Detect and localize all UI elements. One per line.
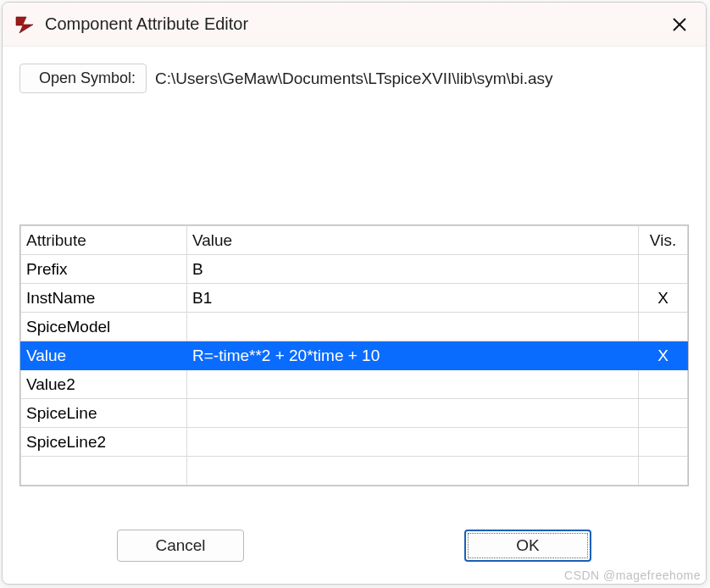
button-row: Cancel OK xyxy=(19,509,689,575)
cell-attribute[interactable]: Value2 xyxy=(21,370,187,399)
dialog-content: Open Symbol: C:\Users\GeMaw\Documents\LT… xyxy=(3,47,706,584)
close-button[interactable] xyxy=(667,12,692,37)
cell-attribute[interactable] xyxy=(21,457,187,485)
table-row[interactable] xyxy=(21,457,688,485)
cell-vis[interactable] xyxy=(639,255,688,284)
table-row[interactable]: SpiceLine xyxy=(21,399,688,428)
spacer-bottom xyxy=(19,486,689,509)
table-row[interactable]: PrefixB xyxy=(21,255,688,284)
cell-value[interactable]: B1 xyxy=(187,284,639,313)
table-header-row: Attribute Value Vis. xyxy=(21,226,688,255)
attribute-table-wrap: Attribute Value Vis. PrefixBInstNameB1XS… xyxy=(19,225,689,486)
ok-button[interactable]: OK xyxy=(464,530,591,562)
cell-attribute[interactable]: SpiceLine xyxy=(21,399,187,428)
window-title: Component Attribute Editor xyxy=(45,14,667,34)
cell-attribute[interactable]: SpiceModel xyxy=(21,313,187,341)
cell-vis[interactable] xyxy=(639,370,688,399)
open-symbol-button[interactable]: Open Symbol: xyxy=(19,64,147,93)
symbol-path: C:\Users\GeMaw\Documents\LTspiceXVII\lib… xyxy=(155,69,553,88)
cell-value[interactable]: B xyxy=(187,255,639,284)
cancel-button[interactable]: Cancel xyxy=(117,530,244,562)
cell-vis[interactable] xyxy=(639,399,688,428)
table-row[interactable]: Value2 xyxy=(21,370,688,399)
cell-value[interactable] xyxy=(187,428,639,457)
cell-value[interactable]: R=-time**2 + 20*time + 10 xyxy=(187,341,639,370)
cell-value[interactable] xyxy=(187,370,639,399)
table-row[interactable]: InstNameB1X xyxy=(21,284,688,313)
spacer xyxy=(19,102,689,225)
attribute-table[interactable]: Attribute Value Vis. PrefixBInstNameB1XS… xyxy=(20,225,688,485)
cell-vis[interactable] xyxy=(639,313,688,341)
cell-value[interactable] xyxy=(187,313,639,341)
dialog-window: Component Attribute Editor Open Symbol: … xyxy=(2,2,707,585)
table-row[interactable]: SpiceModel xyxy=(21,313,688,341)
cell-attribute[interactable]: InstName xyxy=(21,284,187,313)
cell-attribute[interactable]: Value xyxy=(21,341,187,370)
cell-attribute[interactable]: Prefix xyxy=(21,255,187,284)
cell-vis[interactable]: X xyxy=(639,341,688,370)
cell-attribute[interactable]: SpiceLine2 xyxy=(21,428,187,457)
titlebar: Component Attribute Editor xyxy=(3,3,706,47)
header-attribute[interactable]: Attribute xyxy=(21,226,187,255)
header-value[interactable]: Value xyxy=(187,226,639,255)
cell-vis[interactable]: X xyxy=(639,284,688,313)
cell-value[interactable] xyxy=(187,457,639,485)
open-symbol-row: Open Symbol: C:\Users\GeMaw\Documents\LT… xyxy=(19,64,689,93)
cell-vis[interactable] xyxy=(639,457,688,485)
cell-value[interactable] xyxy=(187,399,639,428)
table-row[interactable]: ValueR=-time**2 + 20*time + 10X xyxy=(21,341,688,370)
cell-vis[interactable] xyxy=(639,428,688,457)
header-vis[interactable]: Vis. xyxy=(639,226,688,255)
app-icon xyxy=(14,14,35,35)
table-row[interactable]: SpiceLine2 xyxy=(21,428,688,457)
